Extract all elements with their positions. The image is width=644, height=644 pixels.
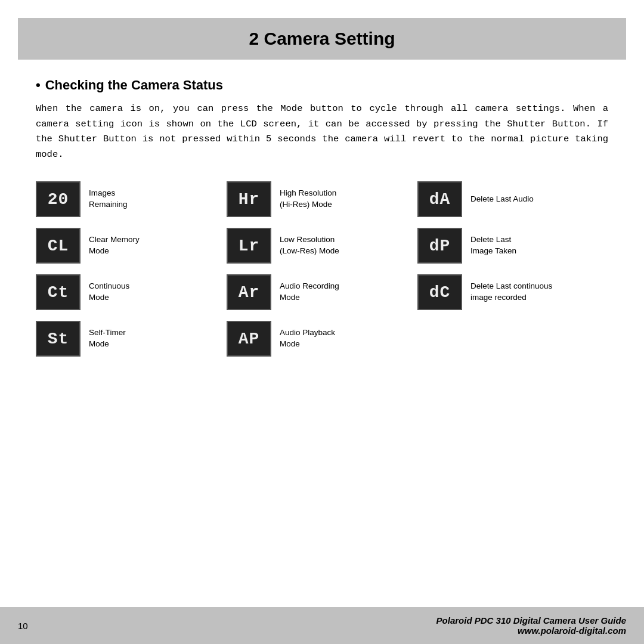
main-content: • Checking the Camera Status When the ca… [0,60,644,607]
page-header: 2 Camera Setting [18,18,626,60]
lcd-display-1: Hr [227,181,271,217]
icon-group-6: CtContinuous Mode [36,274,227,310]
icon-label-7: Audio Recording Mode [280,281,339,304]
icon-label-4: Low Resolution (Low-Res) Mode [280,234,339,257]
icon-label-10: Audio Playback Mode [280,327,335,350]
icon-label-2: Delete Last Audio [470,194,534,205]
footer-url: www.polaroid-digital.com [436,626,626,636]
icon-group-1: HrHigh Resolution (Hi-Res) Mode [227,181,417,217]
lcd-display-0: 20 [36,181,80,217]
lcd-display-4: Lr [227,228,271,264]
lcd-display-9: St [36,321,80,357]
section-heading: • Checking the Camera Status [36,78,608,93]
footer-info: Polaroid PDC 310 Digital Camera User Gui… [436,615,626,636]
lcd-display-2: dA [417,181,462,217]
footer-title-text: Polaroid PDC 310 Digital Camera User Gui… [436,615,626,626]
icon-label-0: Images Remaining [89,188,128,210]
icons-grid: 20Images RemainingHrHigh Resolution (Hi-… [36,181,608,357]
lcd-display-7: Ar [227,274,271,310]
page-number: 10 [18,621,28,631]
page-title: 2 Camera Setting [249,29,395,48]
icon-group-4: LrLow Resolution (Low-Res) Mode [227,228,417,264]
bullet-icon: • [36,78,41,93]
icon-label-9: Self-Timer Mode [89,327,126,350]
icon-label-1: High Resolution (Hi-Res) Mode [280,188,336,210]
icon-group-5: dPDelete Last Image Taken [417,228,608,264]
icon-group-7: ArAudio Recording Mode [227,274,417,310]
lcd-display-6: Ct [36,274,80,310]
icon-label-8: Delete Last continuous image recorded [470,281,552,304]
icon-group-3: CLClear Memory Mode [36,228,227,264]
icon-label-3: Clear Memory Mode [89,234,140,257]
section-description: When the camera is on, you can press the… [36,101,608,162]
icon-group-9: StSelf-Timer Mode [36,321,227,357]
lcd-display-5: dP [417,228,462,264]
icon-group-2: dADelete Last Audio [417,181,608,217]
icon-group-8: dCDelete Last continuous image recorded [417,274,608,310]
icon-group-10: APAudio Playback Mode [227,321,417,357]
icon-label-6: Continuous Mode [89,281,129,304]
icon-label-5: Delete Last Image Taken [470,234,516,257]
lcd-display-8: dC [417,274,462,310]
lcd-display-10: AP [227,321,271,357]
lcd-display-3: CL [36,228,80,264]
page: 2 Camera Setting • Checking the Camera S… [0,0,644,644]
page-footer: 10 Polaroid PDC 310 Digital Camera User … [0,607,644,644]
section-title-text: Checking the Camera Status [45,78,223,93]
icon-group-0: 20Images Remaining [36,181,227,217]
